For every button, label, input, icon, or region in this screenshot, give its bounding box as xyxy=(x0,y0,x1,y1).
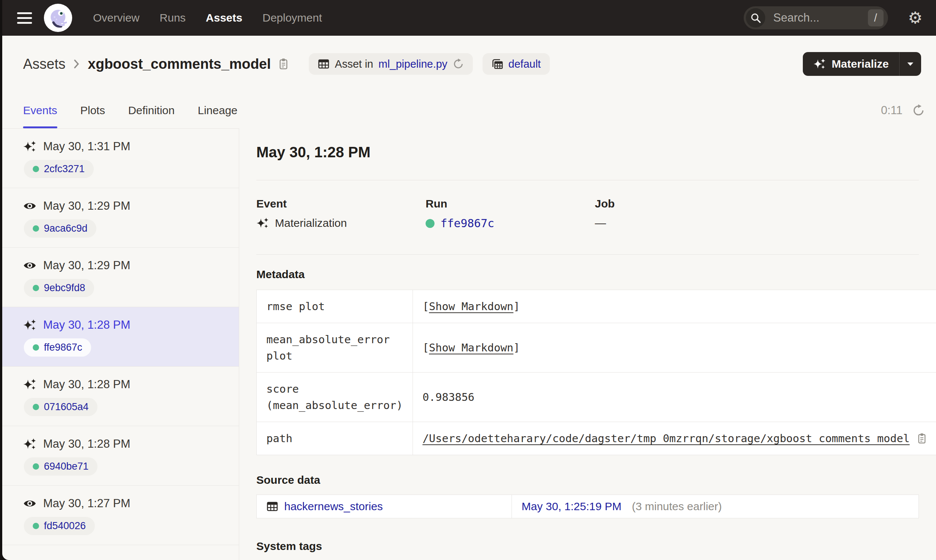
run-column-label: Run xyxy=(426,197,595,210)
search-icon xyxy=(746,8,765,28)
run-badge[interactable]: ffe9867c xyxy=(24,338,91,357)
event-detail-title: May 30, 1:28 PM xyxy=(256,144,919,161)
source-asset-link[interactable]: hackernews_stories xyxy=(284,500,383,513)
observation-eye-icon xyxy=(23,497,37,510)
dagster-logo[interactable] xyxy=(44,4,72,32)
system-tags-heading: System tags xyxy=(256,540,919,552)
nav-item-deployment[interactable]: Deployment xyxy=(262,12,322,24)
tab-plots[interactable]: Plots xyxy=(80,92,105,128)
event-time: May 30, 1:29 PM xyxy=(43,259,130,272)
metadata-row: mean_absolute_error plot [Show Markdown] xyxy=(257,323,936,372)
run-id-link[interactable]: 9aca6c9d xyxy=(44,223,88,234)
chevron-down-icon xyxy=(906,61,914,67)
source-data-row: hackernews_stories May 30, 1:25:19 PM (3… xyxy=(257,495,919,518)
run-id-link[interactable]: 071605a4 xyxy=(44,401,89,413)
event-list-item[interactable]: May 30, 1:28 PM 071605a4 xyxy=(2,367,239,426)
materialize-button[interactable]: Materialize xyxy=(803,52,899,76)
octopus-icon xyxy=(48,8,68,28)
gear-icon[interactable]: ⚙ xyxy=(908,10,923,26)
metadata-key: mean_absolute_error plot xyxy=(257,323,413,372)
run-badge[interactable]: 2cfc3271 xyxy=(24,160,94,178)
tab-lineage[interactable]: Lineage xyxy=(198,92,238,128)
materialization-sparkle-icon xyxy=(23,318,37,332)
materialization-sparkle-icon xyxy=(23,437,37,451)
metadata-key: path xyxy=(257,422,413,455)
job-column-label: Job xyxy=(595,197,764,210)
event-column-label: Event xyxy=(256,197,426,210)
run-badge[interactable]: fd540026 xyxy=(24,517,95,535)
source-data-table: hackernews_stories May 30, 1:25:19 PM (3… xyxy=(256,495,919,518)
run-status-dot xyxy=(33,166,39,172)
code-file-link[interactable]: ml_pipeline.py xyxy=(378,58,447,70)
run-id-link[interactable]: fd540026 xyxy=(44,520,86,532)
event-column: Event Materialization xyxy=(256,197,426,230)
metadata-heading: Metadata xyxy=(256,268,919,281)
hamburger-menu-icon[interactable] xyxy=(17,12,32,24)
refresh-icon[interactable] xyxy=(912,104,925,117)
asset-pill-prefix: Asset in xyxy=(335,58,373,70)
table-grid-icon xyxy=(266,500,278,512)
bracket: ] xyxy=(513,342,520,354)
nav-item-assets[interactable]: Assets xyxy=(206,12,242,24)
source-time-note: (3 minutes earlier) xyxy=(632,500,722,513)
search-input[interactable]: Search... / xyxy=(744,6,888,29)
asset-group-pill[interactable]: default xyxy=(482,53,550,75)
asset-group-link[interactable]: default xyxy=(508,58,541,70)
event-list-item[interactable]: May 30, 1:29 PM 9ebc9fd8 xyxy=(2,248,239,307)
copy-path-icon[interactable] xyxy=(916,432,927,445)
event-time: May 30, 1:31 PM xyxy=(43,140,130,153)
source-materialization-time-link[interactable]: May 30, 1:25:19 PM xyxy=(522,500,621,513)
chevron-right-icon xyxy=(74,59,80,69)
nav-item-overview[interactable]: Overview xyxy=(93,12,140,24)
app-window: Overview Runs Assets Deployment Search..… xyxy=(2,0,936,560)
refresh-countdown: 0:11 xyxy=(881,104,902,117)
run-status-dot xyxy=(33,344,39,351)
metadata-row: score (mean_absolute_error) 0.983856 xyxy=(257,372,936,422)
nav-item-runs[interactable]: Runs xyxy=(160,12,186,24)
run-id-link[interactable]: 6940be71 xyxy=(44,461,89,472)
run-status-dot xyxy=(426,219,434,228)
run-id-link[interactable]: 2cfc3271 xyxy=(44,163,85,175)
show-markdown-link[interactable]: Show Markdown xyxy=(429,300,513,313)
job-column: Job — xyxy=(595,197,764,230)
asset-header: Assets xgboost_comments_model Asset in m… xyxy=(2,36,936,92)
run-badge[interactable]: 9aca6c9d xyxy=(24,219,96,238)
top-nav: Overview Runs Assets Deployment Search..… xyxy=(2,0,936,36)
search-placeholder: Search... xyxy=(773,11,868,25)
run-badge[interactable]: 9ebc9fd8 xyxy=(24,279,94,297)
table-grid-icon xyxy=(318,58,329,70)
breadcrumb-assets-link[interactable]: Assets xyxy=(23,56,65,72)
tab-definition[interactable]: Definition xyxy=(128,92,174,128)
run-status-dot xyxy=(33,225,39,232)
run-badge[interactable]: 071605a4 xyxy=(24,398,97,416)
event-time: May 30, 1:29 PM xyxy=(43,199,130,213)
metadata-table: rmse plot [Show Markdown] mean_absolute_… xyxy=(256,290,936,455)
event-time: May 30, 1:28 PM xyxy=(43,318,130,332)
asset-name: xgboost_comments_model xyxy=(88,56,271,72)
source-data-heading: Source data xyxy=(256,474,919,486)
event-time: May 30, 1:28 PM xyxy=(43,437,130,451)
materialization-sparkle-icon xyxy=(256,217,269,229)
materialize-label: Materialize xyxy=(832,58,889,70)
materialize-dropdown-button[interactable] xyxy=(899,52,921,76)
event-list-item[interactable]: May 30, 1:28 PM 6940be71 xyxy=(2,426,239,486)
repo-icon xyxy=(491,58,503,70)
run-id-link[interactable]: ffe9867c xyxy=(44,342,82,353)
copy-asset-name-icon[interactable] xyxy=(277,58,289,70)
event-time: May 30, 1:28 PM xyxy=(43,378,130,391)
reload-location-icon[interactable] xyxy=(453,58,464,69)
run-id-link[interactable]: ffe9867c xyxy=(440,217,494,230)
job-value: — xyxy=(595,217,606,229)
metadata-row: path /Users/odetteharary/code/dagster/tm… xyxy=(257,422,936,455)
event-list-item-selected[interactable]: May 30, 1:28 PM ffe9867c xyxy=(2,307,239,367)
show-markdown-link[interactable]: Show Markdown xyxy=(429,342,513,354)
code-location-pill[interactable]: Asset in ml_pipeline.py xyxy=(309,53,473,75)
event-list-item[interactable]: May 30, 1:29 PM 9aca6c9d xyxy=(2,188,239,248)
tab-events[interactable]: Events xyxy=(23,92,57,128)
event-list-item[interactable]: May 30, 1:27 PM fd540026 xyxy=(2,486,239,545)
run-id-link[interactable]: 9ebc9fd8 xyxy=(44,282,85,294)
path-link[interactable]: /Users/odetteharary/code/dagster/tmp_0mz… xyxy=(423,430,910,446)
event-list-item[interactable]: May 30, 1:31 PM 2cfc3271 xyxy=(2,129,239,188)
run-badge[interactable]: 6940be71 xyxy=(24,457,97,475)
event-list: May 30, 1:31 PM 2cfc3271 May 30, 1:29 PM… xyxy=(2,128,239,560)
